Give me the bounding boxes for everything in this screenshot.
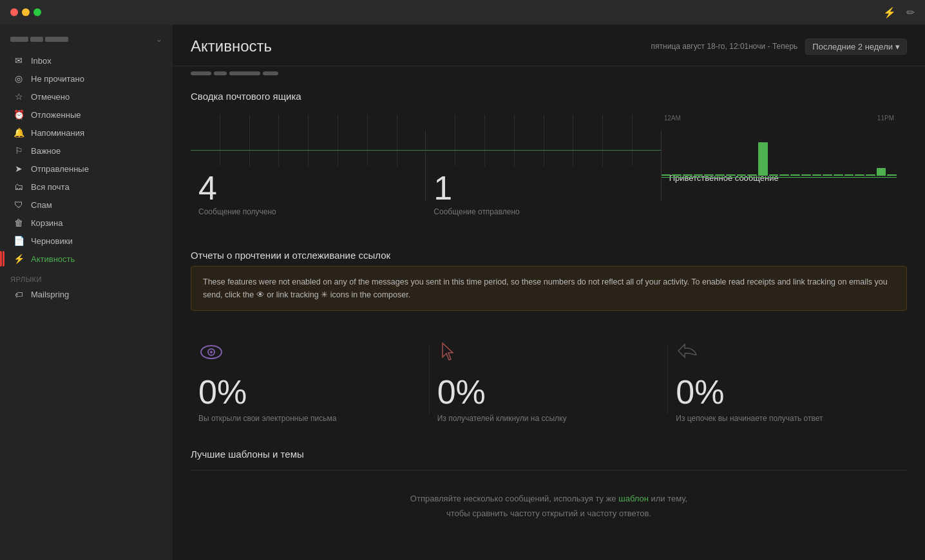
- activity-header: Активность пятница август 18-го, 12:01но…: [173, 24, 925, 66]
- star-icon: ☆: [13, 91, 24, 102]
- drafts-icon: 📄: [13, 236, 24, 246]
- account-indicator: [10, 37, 68, 42]
- sidebar-label-allmail: Вся почта: [31, 182, 70, 192]
- sidebar-item-inbox[interactable]: ✉ Inbox: [3, 51, 170, 70]
- sidebar-label-starred: Отмечено: [31, 92, 70, 102]
- received-chart: [191, 115, 426, 166]
- compose-icon[interactable]: ✏: [906, 6, 915, 19]
- date-filter-button[interactable]: Последние 2 недели ▾: [805, 39, 907, 55]
- sidebar-item-sent[interactable]: ➤ Отправленные: [3, 160, 170, 178]
- chart-label-left: 12AM: [664, 115, 681, 122]
- chart-col: [426, 115, 455, 166]
- sidebar-item-reminders[interactable]: 🔔 Напоминания: [3, 124, 170, 142]
- bar-group: [855, 124, 864, 176]
- eye-icon: [198, 337, 422, 368]
- chart-col: [544, 115, 574, 166]
- sidebar-item-mailspring[interactable]: 🏷 Mailspring: [3, 286, 170, 303]
- account-header[interactable]: ⌄: [0, 30, 173, 51]
- bar-group: [683, 124, 692, 176]
- filter-label: Последние 2 недели: [812, 42, 893, 51]
- clock-icon: ⏰: [13, 109, 24, 120]
- bar-group: [790, 124, 800, 176]
- templates-empty-text-1: Отправляйте несколько сообщений, использ…: [410, 494, 616, 503]
- welcome-chart: 12AM 11PM: [662, 115, 897, 166]
- sidebar: ⌄ ✉ Inbox ◎ Не прочитано ☆ Отмечено ⏰ От…: [0, 24, 173, 560]
- sidebar-label-drafts: Черновики: [31, 236, 73, 246]
- sidebar-label-reminders: Напоминания: [31, 128, 84, 138]
- warning-text-mid: or link tracking: [267, 290, 319, 299]
- sidebar-label-trash: Корзина: [31, 218, 63, 228]
- sidebar-item-unread[interactable]: ◎ Не прочитано: [3, 70, 170, 88]
- sidebar-label-mailspring: Mailspring: [31, 290, 69, 299]
- date-range-text: пятница август 18-го, 12:01ночи - Теперь: [651, 42, 798, 51]
- maximize-button[interactable]: [33, 8, 41, 16]
- chart-col: [603, 115, 633, 166]
- svg-point-2: [210, 351, 213, 353]
- replies-stat: 0% Из цепочек вы начинаете получать отве…: [668, 337, 907, 423]
- clicks-percent: 0%: [437, 375, 661, 409]
- sidebar-item-trash[interactable]: 🗑 Корзина: [3, 214, 170, 232]
- sidebar-item-spam[interactable]: 🛡 Спам: [3, 196, 170, 214]
- replies-label: Из цепочек вы начинаете получать ответ: [676, 414, 899, 423]
- templates-link[interactable]: шаблон: [618, 494, 649, 503]
- chart-col: [633, 115, 662, 166]
- templates-empty-text-3: чтобы сравнить частоту открытий и частот…: [446, 509, 651, 518]
- warning-box: These features were not enabled on any o…: [191, 266, 907, 311]
- clicks-stat: 0% Из получателей кликнули на ссылку: [430, 337, 669, 423]
- chart-col: [368, 115, 397, 166]
- bottom-baseline: [662, 177, 897, 178]
- collapse-button[interactable]: ⌄: [156, 35, 162, 44]
- sidebar-label-inbox: Inbox: [31, 56, 52, 66]
- chart-label-right: 11PM: [877, 115, 894, 122]
- chart-col: [338, 115, 368, 166]
- traffic-lights: [10, 8, 41, 16]
- bar-group: [779, 124, 789, 176]
- activity-icon[interactable]: ⚡: [883, 6, 896, 19]
- sidebar-item-allmail[interactable]: 🗂 Вся почта: [3, 178, 170, 196]
- spam-icon: 🛡: [13, 200, 24, 210]
- sent-card: 1 Сообщение отправлено: [426, 107, 661, 224]
- bar-group-small: [877, 124, 886, 176]
- labels-section-header: Ярлыки: [0, 268, 173, 286]
- reply-icon: [676, 337, 899, 368]
- sidebar-label-activity: Активность: [31, 254, 75, 264]
- sidebar-item-activity[interactable]: ⚡ Активность: [3, 250, 170, 268]
- bar-group: [844, 124, 854, 176]
- sidebar-item-starred[interactable]: ☆ Отмечено: [3, 88, 170, 106]
- label-icon: 🏷: [13, 290, 24, 299]
- replies-percent: 0%: [676, 375, 899, 409]
- chart-col: [397, 115, 426, 166]
- bar-group: [726, 124, 736, 176]
- bar-group: [834, 124, 843, 176]
- unread-icon: ◎: [13, 73, 24, 84]
- close-button[interactable]: [10, 8, 18, 16]
- chart-col: [573, 115, 603, 166]
- inbox-icon: ✉: [13, 55, 24, 66]
- chart-col: [191, 115, 220, 166]
- opens-stat: 0% Вы открыли свои электронные письма: [191, 337, 430, 423]
- bar-group: [737, 124, 747, 176]
- account-filter-bar: [173, 66, 925, 80]
- bar-group: [866, 124, 875, 176]
- chart-grid-1: [191, 115, 426, 166]
- sent-count: 1: [426, 171, 661, 205]
- minimize-button[interactable]: [22, 8, 30, 16]
- sidebar-label-spam: Спам: [31, 200, 52, 210]
- bell-icon: 🔔: [13, 127, 24, 138]
- sidebar-label-snoozed: Отложенные: [31, 110, 81, 120]
- chart-time-labels: 12AM 11PM: [662, 115, 897, 122]
- cursor-icon: [437, 337, 661, 368]
- chart-col: [309, 115, 338, 166]
- sidebar-item-snoozed[interactable]: ⏰ Отложенные: [3, 106, 170, 124]
- eye-emoji: 👁: [256, 290, 265, 299]
- chart-grid-2: [426, 115, 661, 166]
- account-pill-1: [191, 71, 211, 75]
- mailbox-section-title: Сводка почтового ящика: [173, 80, 925, 107]
- flag-icon: ⚐: [13, 145, 24, 156]
- bar-group: [704, 124, 714, 176]
- sidebar-item-important[interactable]: ⚐ Важное: [3, 142, 170, 160]
- chart-col: [220, 115, 250, 166]
- welcome-bars: [662, 124, 897, 176]
- sidebar-item-drafts[interactable]: 📄 Черновики: [3, 232, 170, 250]
- activity-sidebar-icon: ⚡: [13, 254, 24, 264]
